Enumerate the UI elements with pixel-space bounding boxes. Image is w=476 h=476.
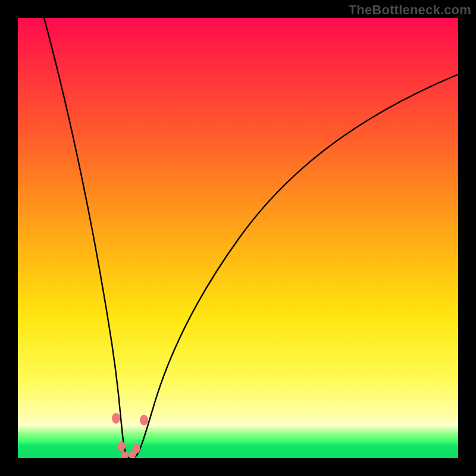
marker-group — [112, 413, 148, 458]
curve-marker — [140, 415, 148, 425]
bottleneck-curve-svg — [18, 18, 458, 458]
bottleneck-curve — [44, 18, 458, 458]
chart-frame: TheBottleneck.com — [0, 0, 476, 476]
curve-marker — [121, 452, 129, 458]
curve-marker — [112, 413, 120, 424]
plot-area — [18, 18, 458, 458]
curve-marker — [118, 441, 126, 451]
watermark-text: TheBottleneck.com — [349, 2, 471, 18]
curve-marker — [133, 444, 140, 453]
